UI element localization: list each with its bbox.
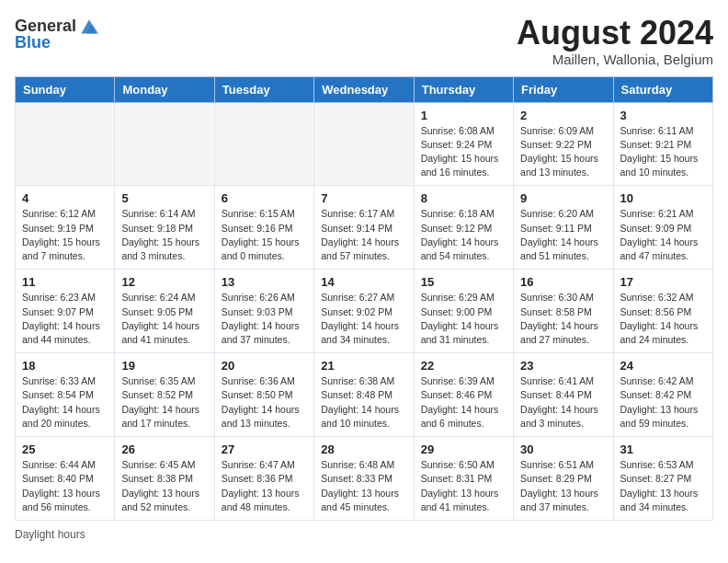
calendar-cell: 8Sunrise: 6:18 AMSunset: 9:12 PMDaylight… bbox=[414, 186, 513, 270]
calendar-cell: 2Sunrise: 6:09 AMSunset: 9:22 PMDaylight… bbox=[514, 102, 613, 186]
date-number: 15 bbox=[421, 275, 506, 289]
header-row: SundayMondayTuesdayWednesdayThursdayFrid… bbox=[16, 76, 713, 102]
cell-info: Sunrise: 6:30 AMSunset: 8:58 PMDaylight:… bbox=[520, 291, 606, 347]
calendar-cell: 27Sunrise: 6:47 AMSunset: 8:36 PMDayligh… bbox=[214, 437, 313, 521]
header-day-thursday: Thursday bbox=[414, 76, 513, 102]
cell-info: Sunrise: 6:23 AMSunset: 9:07 PMDaylight:… bbox=[22, 291, 108, 347]
cell-info: Sunrise: 6:33 AMSunset: 8:54 PMDaylight:… bbox=[22, 374, 108, 431]
calendar-cell: 15Sunrise: 6:29 AMSunset: 9:00 PMDayligh… bbox=[414, 270, 513, 353]
calendar-cell: 20Sunrise: 6:36 AMSunset: 8:50 PMDayligh… bbox=[214, 353, 313, 437]
week-row-5: 25Sunrise: 6:44 AMSunset: 8:40 PMDayligh… bbox=[16, 437, 713, 521]
cell-info: Sunrise: 6:41 AMSunset: 8:44 PMDaylight:… bbox=[520, 374, 606, 431]
cell-info: Sunrise: 6:47 AMSunset: 8:36 PMDaylight:… bbox=[222, 458, 307, 514]
date-number: 19 bbox=[121, 359, 207, 373]
calendar-cell bbox=[214, 102, 313, 186]
calendar-cell: 11Sunrise: 6:23 AMSunset: 9:07 PMDayligh… bbox=[16, 270, 115, 353]
cell-info: Sunrise: 6:09 AMSunset: 9:22 PMDaylight:… bbox=[520, 124, 606, 180]
date-number: 24 bbox=[620, 359, 706, 373]
date-number: 14 bbox=[321, 275, 406, 289]
calendar-cell: 30Sunrise: 6:51 AMSunset: 8:29 PMDayligh… bbox=[514, 437, 613, 521]
cell-info: Sunrise: 6:48 AMSunset: 8:33 PMDaylight:… bbox=[321, 458, 406, 514]
title-area: August 2024 Maillen, Wallonia, Belgium bbox=[517, 15, 713, 67]
week-row-1: 1Sunrise: 6:08 AMSunset: 9:24 PMDaylight… bbox=[16, 102, 713, 186]
footer: Daylight hours bbox=[15, 528, 713, 541]
cell-info: Sunrise: 6:11 AMSunset: 9:21 PMDaylight:… bbox=[620, 124, 706, 180]
date-number: 12 bbox=[121, 275, 207, 289]
calendar-table: SundayMondayTuesdayWednesdayThursdayFrid… bbox=[15, 76, 713, 521]
date-number: 13 bbox=[222, 275, 307, 289]
date-number: 2 bbox=[520, 109, 606, 122]
cell-info: Sunrise: 6:50 AMSunset: 8:31 PMDaylight:… bbox=[421, 458, 506, 514]
date-number: 27 bbox=[222, 442, 307, 456]
calendar-cell bbox=[115, 102, 214, 186]
date-number: 21 bbox=[321, 359, 406, 373]
calendar-cell: 19Sunrise: 6:35 AMSunset: 8:52 PMDayligh… bbox=[115, 353, 214, 437]
date-number: 9 bbox=[520, 191, 606, 205]
calendar-cell: 24Sunrise: 6:42 AMSunset: 8:42 PMDayligh… bbox=[613, 353, 712, 437]
date-number: 1 bbox=[421, 109, 506, 122]
cell-info: Sunrise: 6:17 AMSunset: 9:14 PMDaylight:… bbox=[321, 207, 406, 263]
date-number: 26 bbox=[121, 442, 207, 456]
cell-info: Sunrise: 6:21 AMSunset: 9:09 PMDaylight:… bbox=[620, 207, 706, 263]
calendar-cell: 28Sunrise: 6:48 AMSunset: 8:33 PMDayligh… bbox=[314, 437, 414, 521]
calendar-cell: 6Sunrise: 6:15 AMSunset: 9:16 PMDaylight… bbox=[214, 186, 313, 270]
calendar-cell bbox=[16, 102, 115, 186]
cell-info: Sunrise: 6:36 AMSunset: 8:50 PMDaylight:… bbox=[222, 374, 307, 431]
cell-info: Sunrise: 6:44 AMSunset: 8:40 PMDaylight:… bbox=[22, 458, 108, 514]
date-number: 23 bbox=[520, 359, 606, 373]
week-row-2: 4Sunrise: 6:12 AMSunset: 9:19 PMDaylight… bbox=[16, 186, 713, 270]
calendar-cell: 18Sunrise: 6:33 AMSunset: 8:54 PMDayligh… bbox=[16, 353, 115, 437]
date-number: 25 bbox=[22, 442, 108, 456]
cell-info: Sunrise: 6:51 AMSunset: 8:29 PMDaylight:… bbox=[520, 458, 606, 514]
calendar-cell: 9Sunrise: 6:20 AMSunset: 9:11 PMDaylight… bbox=[514, 186, 613, 270]
calendar-cell: 26Sunrise: 6:45 AMSunset: 8:38 PMDayligh… bbox=[115, 437, 214, 521]
cell-info: Sunrise: 6:20 AMSunset: 9:11 PMDaylight:… bbox=[520, 207, 606, 263]
date-number: 10 bbox=[620, 191, 706, 205]
date-number: 31 bbox=[620, 442, 706, 456]
header-day-sunday: Sunday bbox=[16, 76, 115, 102]
cell-info: Sunrise: 6:15 AMSunset: 9:16 PMDaylight:… bbox=[222, 207, 307, 263]
calendar-cell: 4Sunrise: 6:12 AMSunset: 9:19 PMDaylight… bbox=[16, 186, 115, 270]
calendar-cell: 1Sunrise: 6:08 AMSunset: 9:24 PMDaylight… bbox=[414, 102, 513, 186]
date-number: 18 bbox=[22, 359, 108, 373]
location: Maillen, Wallonia, Belgium bbox=[517, 52, 713, 67]
cell-info: Sunrise: 6:39 AMSunset: 8:46 PMDaylight:… bbox=[421, 374, 506, 431]
cell-info: Sunrise: 6:18 AMSunset: 9:12 PMDaylight:… bbox=[421, 207, 506, 263]
cell-info: Sunrise: 6:29 AMSunset: 9:00 PMDaylight:… bbox=[421, 291, 506, 347]
date-number: 17 bbox=[620, 275, 706, 289]
calendar-cell: 17Sunrise: 6:32 AMSunset: 8:56 PMDayligh… bbox=[613, 270, 712, 353]
cell-info: Sunrise: 6:26 AMSunset: 9:03 PMDaylight:… bbox=[222, 291, 307, 347]
calendar-cell: 16Sunrise: 6:30 AMSunset: 8:58 PMDayligh… bbox=[514, 270, 613, 353]
calendar-cell: 29Sunrise: 6:50 AMSunset: 8:31 PMDayligh… bbox=[414, 437, 513, 521]
date-number: 16 bbox=[520, 275, 606, 289]
cell-info: Sunrise: 6:27 AMSunset: 9:02 PMDaylight:… bbox=[321, 291, 406, 347]
logo-icon bbox=[78, 15, 100, 37]
cell-info: Sunrise: 6:24 AMSunset: 9:05 PMDaylight:… bbox=[121, 291, 207, 347]
calendar-cell: 5Sunrise: 6:14 AMSunset: 9:18 PMDaylight… bbox=[115, 186, 214, 270]
date-number: 7 bbox=[321, 191, 406, 205]
cell-info: Sunrise: 6:12 AMSunset: 9:19 PMDaylight:… bbox=[22, 207, 108, 263]
date-number: 29 bbox=[421, 442, 506, 456]
cell-info: Sunrise: 6:53 AMSunset: 8:27 PMDaylight:… bbox=[620, 458, 706, 514]
cell-info: Sunrise: 6:45 AMSunset: 8:38 PMDaylight:… bbox=[121, 458, 207, 514]
date-number: 28 bbox=[321, 442, 406, 456]
date-number: 8 bbox=[421, 191, 506, 205]
header-day-monday: Monday bbox=[115, 76, 214, 102]
month-title: August 2024 bbox=[517, 15, 713, 52]
calendar-cell: 13Sunrise: 6:26 AMSunset: 9:03 PMDayligh… bbox=[214, 270, 313, 353]
date-number: 30 bbox=[520, 442, 606, 456]
date-number: 5 bbox=[121, 191, 207, 205]
cell-info: Sunrise: 6:42 AMSunset: 8:42 PMDaylight:… bbox=[620, 374, 706, 431]
cell-info: Sunrise: 6:08 AMSunset: 9:24 PMDaylight:… bbox=[421, 124, 506, 180]
cell-info: Sunrise: 6:35 AMSunset: 8:52 PMDaylight:… bbox=[121, 374, 207, 431]
calendar-cell: 3Sunrise: 6:11 AMSunset: 9:21 PMDaylight… bbox=[613, 102, 712, 186]
page-header: General Blue August 2024 Maillen, Wallon… bbox=[15, 15, 713, 67]
date-number: 11 bbox=[22, 275, 108, 289]
header-day-friday: Friday bbox=[514, 76, 613, 102]
calendar-cell: 31Sunrise: 6:53 AMSunset: 8:27 PMDayligh… bbox=[613, 437, 712, 521]
cell-info: Sunrise: 6:32 AMSunset: 8:56 PMDaylight:… bbox=[620, 291, 706, 347]
cell-info: Sunrise: 6:38 AMSunset: 8:48 PMDaylight:… bbox=[321, 374, 406, 431]
logo-blue-text: Blue bbox=[15, 33, 51, 52]
date-number: 4 bbox=[22, 191, 108, 205]
date-number: 3 bbox=[620, 109, 706, 122]
